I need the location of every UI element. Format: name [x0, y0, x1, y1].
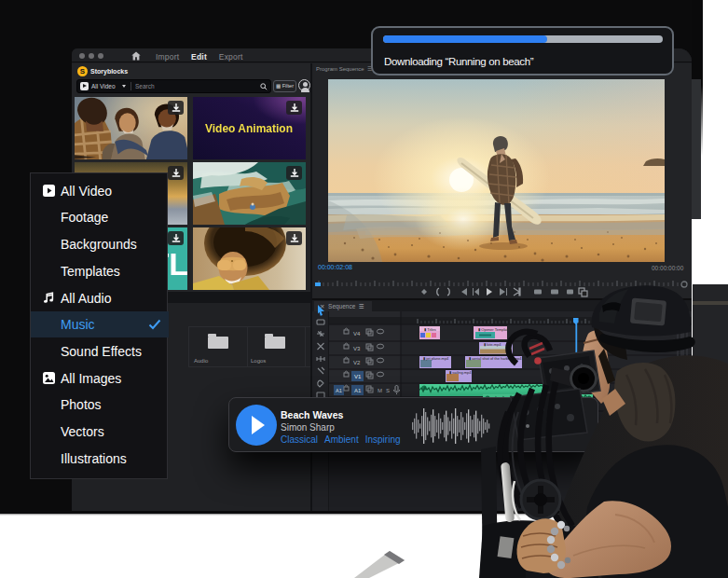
svg-text:Video Animation: Video Animation [205, 122, 293, 135]
